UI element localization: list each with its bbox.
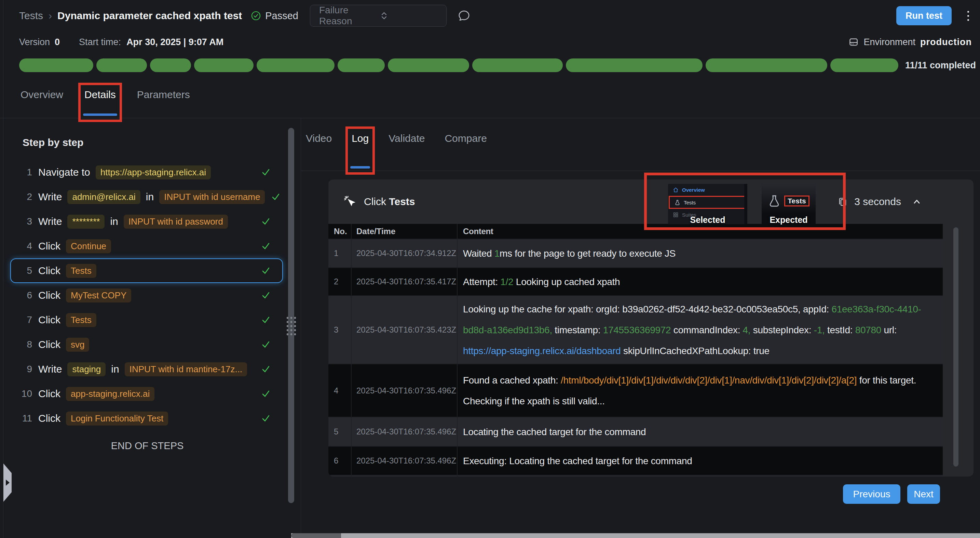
log-text: Waited bbox=[463, 248, 495, 259]
tab-label: Parameters bbox=[137, 89, 190, 100]
more-options-kebab-icon[interactable] bbox=[965, 9, 971, 23]
step-row-8[interactable]: 8Clicksvg bbox=[10, 332, 283, 357]
log-text: testId: bbox=[825, 325, 855, 335]
progress-segment[interactable] bbox=[472, 59, 562, 72]
log-row-number: 6 bbox=[328, 447, 352, 475]
log-tab-compare[interactable]: Compare bbox=[444, 131, 487, 170]
chevron-up-icon[interactable] bbox=[911, 196, 922, 207]
step-row-5[interactable]: 5ClickTests bbox=[10, 258, 283, 283]
step-url-badge: ******** bbox=[67, 215, 105, 229]
progress-segment[interactable] bbox=[257, 59, 334, 72]
start-time-label: Start time: bbox=[79, 37, 121, 48]
log-link[interactable]: https://app-staging.relicx.ai/dashboard bbox=[463, 345, 620, 356]
progress-segment[interactable] bbox=[337, 59, 385, 72]
step-row-1[interactable]: 1Navigate tohttps://app-staging.relicx.a… bbox=[10, 160, 283, 185]
progress-segment[interactable] bbox=[150, 59, 191, 72]
next-button[interactable]: Next bbox=[907, 484, 940, 504]
log-row-number: 7 bbox=[328, 476, 352, 476]
progress-completed-text: 11/11 completed bbox=[905, 60, 976, 71]
log-row-content: Executing: Locating the cached target fo… bbox=[458, 448, 943, 474]
tab-details[interactable]: Details bbox=[84, 88, 116, 118]
log-row-content: Locating the cached target for the comma… bbox=[458, 419, 943, 445]
step-target-badge: INPUT with id password bbox=[124, 215, 228, 229]
log-table-row: 52025-04-30T16:07:35.496ZLocating the ca… bbox=[328, 417, 943, 447]
expected-screenshot-thumbnail[interactable]: Tests Expected bbox=[762, 184, 816, 224]
horizontal-scrollbar[interactable] bbox=[291, 533, 980, 538]
step-url-badge: staging bbox=[67, 362, 106, 376]
log-tab-log[interactable]: Log bbox=[351, 131, 369, 170]
mini-nav-tests-label: Tests bbox=[684, 200, 696, 205]
step-target-badge: app-staging.relicx.ai bbox=[66, 387, 154, 401]
selected-screenshot-thumbnail[interactable]: Overview Tests Suites Selecte bbox=[668, 184, 747, 224]
app-root: Tests › Dynamic parameter cached xpath t… bbox=[0, 0, 980, 538]
log-text: ms for the page to get ready to execute … bbox=[500, 248, 676, 259]
log-text: 1 bbox=[495, 248, 500, 259]
log-text: Attempt: bbox=[463, 277, 500, 287]
horizontal-scrollbar-thumb[interactable] bbox=[291, 533, 341, 538]
log-text: 1745536369972 bbox=[603, 325, 671, 335]
log-text: Executing: Locating the cached target fo… bbox=[463, 455, 692, 466]
step-target-badge: Tests bbox=[66, 313, 96, 327]
log-tab-validate[interactable]: Validate bbox=[388, 131, 425, 170]
log-text: url: bbox=[881, 325, 897, 335]
log-text: Found a cached xpath: bbox=[463, 375, 561, 385]
log-tab-video[interactable]: Video bbox=[305, 131, 332, 170]
step-action-text: Click bbox=[38, 314, 60, 326]
progress-segment[interactable] bbox=[19, 59, 93, 72]
progress-segment[interactable] bbox=[96, 59, 147, 72]
log-table-row: 72025-04-30T16:07:35.753ZFound the objec… bbox=[328, 476, 943, 476]
selected-thumbnail-label: Selected bbox=[668, 215, 747, 225]
log-table-row: 32025-04-30T16:07:35.423ZLooking up the … bbox=[328, 296, 943, 365]
comment-bubble-icon[interactable] bbox=[458, 9, 471, 22]
log-panel: VideoLogValidateCompare Click Tests 3 se… bbox=[301, 118, 980, 538]
step-row-3[interactable]: 3Write********inINPUT with id password bbox=[10, 209, 283, 234]
step-number: 11 bbox=[18, 413, 32, 424]
select-chevrons-icon bbox=[380, 11, 440, 21]
duration-text: 3 seconds bbox=[854, 196, 901, 207]
step-row-10[interactable]: 10Clickapp-staging.relicx.ai bbox=[10, 382, 283, 406]
log-row-timestamp: 2025-04-30T16:07:35.496Z bbox=[352, 365, 458, 417]
check-icon bbox=[260, 388, 271, 399]
panel-resize-handle[interactable] bbox=[286, 316, 297, 336]
progress-segment[interactable] bbox=[194, 59, 253, 72]
main-content: Step by step 1Navigate tohttps://app-sta… bbox=[0, 118, 980, 538]
tab-parameters[interactable]: Parameters bbox=[136, 88, 191, 118]
step-target-badge: INPUT with id mantine-17z... bbox=[125, 362, 247, 376]
previous-button[interactable]: Previous bbox=[843, 484, 900, 504]
tab-overview[interactable]: Overview bbox=[20, 88, 64, 118]
step-number: 10 bbox=[18, 388, 32, 399]
step-nav-buttons: Previous Next bbox=[843, 484, 940, 504]
log-row-timestamp: 2025-04-30T16:07:35.753Z bbox=[352, 476, 458, 476]
step-action-text: Click bbox=[38, 240, 60, 252]
step-row-6[interactable]: 6ClickMyTest COPY bbox=[10, 283, 283, 308]
log-text: timestamp: bbox=[552, 325, 603, 335]
run-test-button[interactable]: Run test bbox=[896, 6, 951, 25]
check-icon bbox=[260, 216, 271, 227]
breadcrumb-tests-link[interactable]: Tests bbox=[19, 10, 43, 22]
progress-segment[interactable] bbox=[830, 59, 898, 72]
log-row-number: 5 bbox=[328, 417, 352, 446]
step-row-2[interactable]: 2Writeadmin@relicx.aiinINPUT with id use… bbox=[10, 185, 283, 209]
check-icon bbox=[260, 413, 271, 424]
progress-segment[interactable] bbox=[566, 59, 703, 72]
step-target-badge: Login Functionality Test bbox=[66, 412, 168, 425]
progress-segment[interactable] bbox=[388, 59, 469, 72]
step-row-7[interactable]: 7ClickTests bbox=[10, 308, 283, 332]
log-text: Locating the cached target for the comma… bbox=[463, 427, 646, 437]
step-action-text: Click bbox=[38, 290, 60, 301]
log-step-title: Click Tests bbox=[364, 196, 415, 207]
step-number: 3 bbox=[18, 216, 32, 227]
log-text: /html/body/div[1]/div[1]/div/div/div[2]/… bbox=[561, 375, 857, 385]
steps-panel-scrollbar[interactable] bbox=[288, 128, 294, 503]
step-row-11[interactable]: 11ClickLogin Functionality Test bbox=[10, 406, 283, 431]
log-row-timestamp: 2025-04-30T16:07:35.496Z bbox=[352, 447, 458, 475]
progress-segment[interactable] bbox=[706, 59, 827, 72]
log-row-number: 1 bbox=[328, 239, 352, 267]
log-text: 80780 bbox=[855, 325, 881, 335]
step-row-4[interactable]: 4ClickContinue bbox=[10, 234, 283, 258]
col-header-no: No. bbox=[328, 224, 352, 239]
step-row-9[interactable]: 9WritestaginginINPUT with id mantine-17z… bbox=[10, 357, 283, 382]
log-table-scrollbar[interactable] bbox=[953, 227, 958, 466]
failure-reason-select[interactable]: Failure Reason bbox=[310, 5, 447, 27]
log-table-row: 12025-04-30T16:07:34.912ZWaited 1ms for … bbox=[328, 239, 943, 268]
